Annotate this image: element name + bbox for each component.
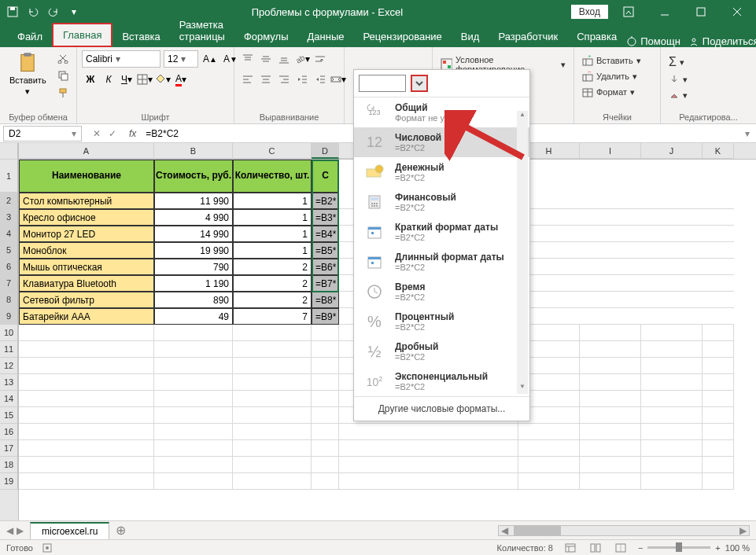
cell[interactable]: 19 990 (154, 242, 233, 259)
close-icon[interactable] (721, 0, 753, 24)
cell[interactable] (580, 407, 641, 424)
paste-button[interactable]: Вставить ▾ (5, 50, 51, 98)
minimize-icon[interactable] (649, 0, 680, 24)
tab-insert[interactable]: Вставка (112, 26, 169, 47)
cell[interactable]: 1 (233, 193, 312, 209)
cell[interactable] (233, 457, 312, 473)
cell[interactable] (518, 457, 580, 473)
table-header-cell[interactable]: С (312, 160, 339, 193)
row-header[interactable]: 16 (0, 424, 18, 440)
cell[interactable]: 14 990 (154, 226, 233, 242)
cell[interactable]: 4 990 (154, 209, 233, 226)
table-header-cell[interactable]: Наименование (19, 160, 154, 193)
cell[interactable] (233, 341, 312, 358)
cell[interactable] (233, 473, 312, 490)
tab-developer[interactable]: Разработчик (489, 26, 567, 47)
tab-file[interactable]: Файл (8, 26, 52, 47)
table-header-cell[interactable]: Стоимость, руб. (154, 160, 233, 193)
cell[interactable] (19, 391, 154, 407)
cell[interactable]: 11 990 (154, 193, 233, 209)
tab-layout[interactable]: Разметка страницы (170, 14, 234, 47)
row-header[interactable]: 14 (0, 391, 18, 407)
align-middle-icon[interactable] (257, 50, 275, 68)
autosum-button[interactable]: Σ▾ (666, 53, 688, 71)
cell[interactable]: =B9* (312, 308, 339, 325)
cell[interactable] (19, 407, 154, 424)
cell[interactable] (703, 358, 734, 374)
cell[interactable] (703, 440, 734, 457)
cell[interactable] (641, 407, 703, 424)
cell[interactable]: 1 (233, 226, 312, 242)
row-header[interactable]: 1 (0, 160, 18, 193)
row-header[interactable]: 4 (0, 226, 18, 242)
save-icon[interactable] (3, 2, 22, 21)
fx-icon[interactable]: fx (124, 128, 141, 139)
cell[interactable] (19, 457, 154, 473)
row-header[interactable]: 6 (0, 259, 18, 275)
row-header[interactable]: 7 (0, 275, 18, 292)
number-format-option[interactable]: ½Дробный=B2*C2 (354, 336, 529, 366)
cell[interactable] (19, 358, 154, 374)
accept-formula-icon[interactable]: ✓ (105, 128, 120, 139)
cell[interactable] (19, 325, 154, 341)
cell[interactable] (233, 358, 312, 374)
font-size-combo[interactable]: 12▾ (164, 50, 198, 68)
cell[interactable]: 890 (154, 292, 233, 308)
zoom-slider[interactable] (647, 546, 710, 549)
align-right-icon[interactable] (275, 71, 293, 88)
cell[interactable]: Монитор 27 LED (19, 226, 154, 242)
undo-icon[interactable] (24, 2, 42, 21)
cell[interactable] (339, 440, 518, 457)
number-format-option[interactable]: Длинный формат даты=B2*C2 (354, 247, 529, 277)
cell[interactable] (233, 374, 312, 391)
cell[interactable] (641, 358, 703, 374)
col-header[interactable]: C (233, 143, 312, 159)
row-header[interactable]: 2 (0, 193, 18, 209)
cell[interactable] (703, 424, 734, 440)
cell[interactable] (641, 424, 703, 440)
format-painter-icon[interactable] (54, 85, 72, 101)
cell[interactable] (154, 407, 233, 424)
row-header[interactable]: 19 (0, 473, 18, 490)
align-left-icon[interactable] (239, 71, 256, 88)
cell[interactable] (703, 341, 734, 358)
zoom-out-icon[interactable]: − (638, 543, 643, 553)
align-top-icon[interactable] (239, 50, 256, 68)
cell[interactable] (312, 440, 339, 457)
more-number-formats-link[interactable]: Другие числовые форматы... (354, 396, 529, 421)
cell[interactable]: 1 (233, 209, 312, 226)
cell[interactable] (19, 341, 154, 358)
sheet-tab[interactable]: microexcel.ru (30, 522, 109, 539)
tab-home[interactable]: Главная (52, 23, 112, 47)
tab-formulas[interactable]: Формулы (234, 26, 298, 47)
number-format-option[interactable]: Время=B2*C2 (354, 277, 529, 307)
cut-icon[interactable] (54, 50, 72, 66)
cell[interactable]: =B5* (312, 242, 339, 259)
row-header[interactable]: 3 (0, 209, 18, 226)
cell[interactable]: 7 (233, 308, 312, 325)
increase-indent-icon[interactable] (312, 71, 329, 88)
cell[interactable] (312, 407, 339, 424)
cell[interactable] (641, 473, 703, 490)
fill-color-icon[interactable]: ▾ (154, 71, 171, 88)
col-header[interactable]: A (19, 143, 154, 159)
cell[interactable] (641, 391, 703, 407)
col-header[interactable]: I (580, 143, 641, 159)
cell[interactable] (703, 407, 734, 424)
cell[interactable]: =B6* (312, 259, 339, 275)
wrap-text-icon[interactable] (312, 50, 329, 68)
italic-icon[interactable]: К (100, 71, 117, 88)
redo-icon[interactable] (44, 2, 63, 21)
copy-icon[interactable] (54, 68, 72, 83)
macro-record-icon[interactable] (42, 543, 52, 553)
col-header[interactable]: B (154, 143, 233, 159)
number-format-option[interactable]: Денежный=B2*C2 (354, 157, 529, 187)
cell[interactable]: Батарейки AAA (19, 308, 154, 325)
cell[interactable] (641, 374, 703, 391)
col-header[interactable]: D (312, 143, 339, 159)
row-header[interactable]: 13 (0, 374, 18, 391)
cell[interactable]: 2 (233, 275, 312, 292)
qat-customize-icon[interactable]: ▾ (65, 2, 83, 21)
fill-button[interactable]: ▾ (666, 72, 691, 86)
share-button[interactable]: Поделиться (688, 35, 756, 47)
